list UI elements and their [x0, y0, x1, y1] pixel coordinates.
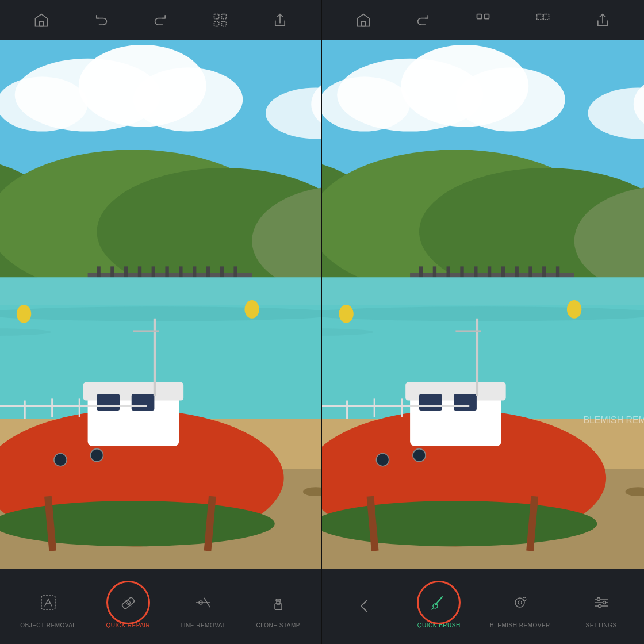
svg-rect-64 — [41, 596, 55, 610]
svg-point-115 — [567, 300, 581, 319]
quick-repair-tool[interactable]: QUICK REPAIR — [105, 588, 151, 628]
svg-rect-56 — [24, 401, 26, 419]
svg-rect-77 — [477, 14, 482, 19]
quick-repair-icon-wrap — [113, 588, 143, 618]
svg-rect-80 — [543, 14, 549, 20]
svg-rect-128 — [476, 319, 478, 396]
quick-brush-icon-wrap — [424, 588, 454, 618]
svg-point-147 — [597, 598, 600, 601]
home-button-right[interactable] — [351, 7, 376, 33]
right-bottom-toolbar: QUICK BRUSH BLEMISH REMOVER — [322, 569, 644, 644]
left-panel: OBJECT REMOVAL QUICK REPAIR — [0, 0, 322, 644]
svg-point-60 — [90, 449, 103, 462]
left-image-area — [0, 40, 321, 569]
right-panel: BLEMISH REMOVER — [322, 0, 644, 644]
svg-point-136 — [413, 449, 425, 462]
left-toolbar — [0, 0, 321, 40]
svg-rect-111 — [322, 277, 644, 305]
svg-point-39 — [244, 300, 259, 319]
object-removal-icon-wrap — [33, 588, 63, 618]
blemish-remover-tool[interactable]: BLEMISH REMOVER — [490, 588, 550, 628]
svg-rect-54 — [0, 405, 147, 407]
svg-point-135 — [376, 454, 389, 466]
svg-rect-126 — [419, 394, 442, 411]
line-removal-label: LINE REMOVAL — [181, 622, 226, 628]
svg-rect-0 — [39, 21, 43, 26]
svg-rect-66 — [121, 597, 135, 610]
svg-rect-78 — [484, 14, 489, 19]
svg-rect-74 — [276, 599, 281, 601]
svg-rect-2 — [222, 14, 227, 19]
back-tool[interactable] — [342, 591, 388, 626]
quick-brush-tool[interactable]: QUICK BRUSH — [416, 588, 462, 628]
right-toolbar — [322, 0, 644, 40]
undo-button-right[interactable] — [411, 7, 436, 33]
settings-icon-wrap — [586, 588, 616, 618]
svg-text:BLEMISH REMOVER: BLEMISH REMOVER — [583, 415, 644, 425]
svg-point-38 — [17, 305, 31, 323]
svg-point-141 — [515, 598, 524, 607]
svg-point-8 — [133, 68, 243, 132]
svg-rect-79 — [537, 14, 542, 20]
svg-rect-57 — [51, 398, 53, 417]
object-removal-label: OBJECT REMOVAL — [20, 622, 76, 628]
svg-point-112 — [322, 306, 644, 321]
share-button-left[interactable] — [267, 7, 293, 33]
clone-stamp-tool[interactable]: CLONE STAMP — [255, 588, 301, 628]
select-button-right[interactable] — [530, 7, 555, 33]
settings-label: SETTINGS — [586, 622, 617, 628]
svg-rect-68 — [126, 600, 131, 605]
svg-rect-53 — [133, 330, 159, 332]
svg-rect-76 — [362, 21, 366, 26]
svg-rect-129 — [455, 330, 481, 332]
back-icon-wrap — [350, 591, 379, 621]
object-removal-tool[interactable]: OBJECT REMOVAL — [20, 588, 76, 628]
clone-stamp-label: CLONE STAMP — [256, 622, 300, 628]
svg-point-123 — [322, 501, 597, 546]
right-image-area: BLEMISH REMOVER — [322, 40, 644, 569]
svg-rect-51 — [132, 394, 155, 411]
svg-point-140 — [433, 604, 438, 608]
svg-rect-3 — [214, 21, 219, 26]
redo-button-left[interactable] — [148, 7, 173, 33]
select-button-left[interactable] — [208, 7, 233, 33]
svg-point-114 — [339, 305, 353, 323]
svg-rect-132 — [346, 401, 348, 419]
svg-point-142 — [518, 601, 522, 604]
share-button-right[interactable] — [590, 7, 615, 33]
svg-point-85 — [322, 76, 410, 131]
app-container: OBJECT REMOVAL QUICK REPAIR — [0, 0, 644, 644]
line-removal-tool[interactable]: LINE REMOVAL — [180, 588, 226, 628]
svg-rect-130 — [322, 405, 469, 407]
svg-rect-4 — [222, 21, 227, 26]
svg-point-59 — [54, 454, 67, 466]
svg-rect-50 — [97, 394, 120, 411]
svg-rect-127 — [454, 394, 477, 411]
line-removal-icon-wrap — [188, 588, 218, 618]
svg-rect-52 — [154, 319, 156, 396]
svg-point-36 — [0, 306, 321, 321]
svg-point-148 — [603, 601, 605, 604]
redo-button-right[interactable] — [470, 7, 496, 33]
blemish-remover-icon-wrap — [505, 588, 535, 618]
svg-point-149 — [598, 605, 601, 608]
svg-point-9 — [0, 76, 88, 131]
svg-rect-133 — [374, 398, 375, 417]
svg-rect-134 — [401, 398, 402, 417]
undo-button-left[interactable] — [89, 7, 114, 33]
svg-point-84 — [455, 68, 565, 132]
svg-line-67 — [125, 599, 132, 607]
clone-stamp-icon-wrap — [263, 588, 293, 618]
settings-tool[interactable]: SETTINGS — [578, 588, 624, 628]
svg-rect-58 — [79, 398, 80, 417]
svg-point-47 — [0, 501, 275, 546]
svg-rect-1 — [214, 14, 219, 19]
blemish-remover-label: BLEMISH REMOVER — [490, 622, 550, 628]
left-bottom-toolbar: OBJECT REMOVAL QUICK REPAIR — [0, 569, 321, 644]
home-button-left[interactable] — [29, 7, 54, 33]
svg-rect-35 — [0, 277, 321, 305]
